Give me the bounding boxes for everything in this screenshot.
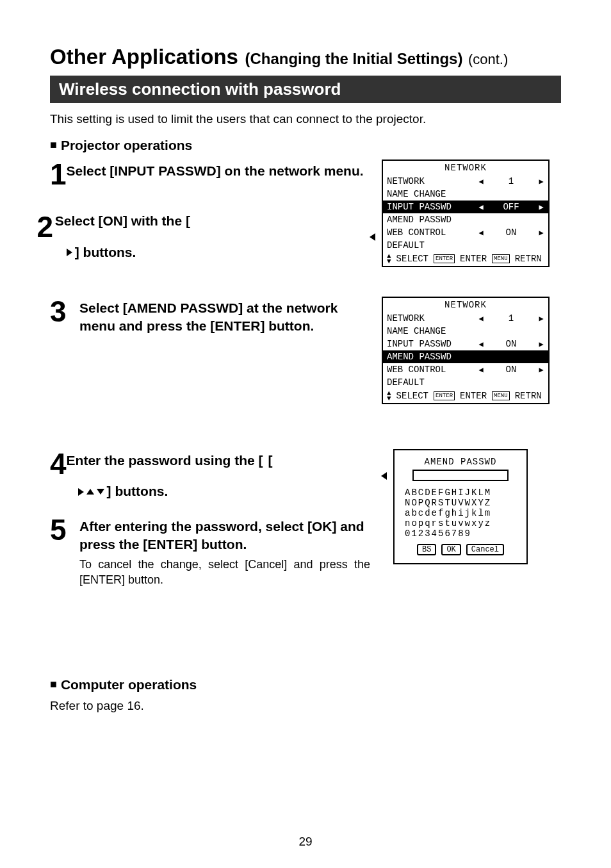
title-sub: (Changing the Initial Settings): [245, 50, 462, 67]
step-1-text: Select [INPUT PASSWD] on the network men…: [67, 162, 387, 180]
menu-badge-icon: MENU: [492, 254, 510, 263]
menu-title: NETWORK: [383, 161, 548, 175]
menu-row-label: NETWORK: [387, 176, 464, 186]
char-row[interactable]: NOPQRSTUVWXYZ: [405, 498, 516, 508]
title-main: Other Applications: [50, 45, 238, 69]
cancel-button[interactable]: Cancel: [466, 544, 504, 555]
up-arrow-icon: [86, 489, 94, 495]
page-number: 29: [0, 835, 611, 849]
menu-row-label: NETWORK: [387, 313, 464, 323]
network-menu-2: NETWORK NETWORK◀1▶NAME CHANGEINPUT PASSW…: [382, 297, 550, 404]
amend-passwd-box: AMEND PASSWD ABCDEFGHIJKLM NOPQRSTUVWXYZ…: [393, 449, 528, 564]
menu-footer: ▲▼ SELECT ENTERENTER MENURETRN: [383, 252, 548, 266]
right-arrow-icon: ▶: [538, 313, 544, 323]
left-arrow-icon: ◀: [478, 313, 484, 323]
menu-row-label: INPUT PASSWD: [387, 202, 464, 212]
menu-row[interactable]: WEB CONTROL◀ON▶: [383, 363, 548, 376]
char-row[interactable]: 0123456789: [405, 528, 516, 539]
bs-button[interactable]: BS: [417, 544, 436, 555]
menu-title: NETWORK: [383, 298, 548, 312]
step-number-4: 4: [50, 449, 67, 501]
title-cont: (cont.): [468, 51, 508, 67]
pw-title: AMEND PASSWD: [405, 457, 516, 467]
square-bullet-icon: ■: [50, 678, 57, 691]
step-number-5: 5: [50, 515, 79, 587]
page-title: Other Applications (Changing the Initial…: [50, 45, 561, 69]
step-2-text: Select [ON] with the [ ] buttons.: [55, 212, 387, 261]
menu-row-label: WEB CONTROL: [387, 364, 464, 375]
menu-row-label: DEFAULT: [387, 240, 464, 250]
step-3-text: Select [AMEND PASSWD] at the network men…: [79, 299, 370, 336]
left-arrow-icon: [55, 233, 375, 241]
left-arrow-icon: ◀: [478, 227, 484, 238]
step-number-3: 3: [50, 297, 79, 336]
char-row[interactable]: nopqrstuvwxyz: [405, 518, 516, 528]
computer-body: Refer to page 16.: [50, 699, 561, 713]
menu-row-label: AMEND PASSWD: [387, 352, 464, 362]
menu-row-value: ON: [498, 339, 524, 349]
menu-row[interactable]: NETWORK◀1▶: [383, 312, 548, 325]
menu-row[interactable]: AMEND PASSWD: [383, 350, 548, 363]
right-arrow-icon: [67, 249, 72, 256]
menu-row[interactable]: AMEND PASSWD: [383, 213, 548, 226]
enter-badge-icon: ENTER: [434, 391, 455, 400]
right-arrow-icon: ▶: [538, 176, 544, 186]
step-5-body: To cancel the change, select [Cancel] an…: [79, 557, 370, 587]
step-4-text: Enter the password using the [ [ ] butto…: [67, 452, 387, 501]
menu-row[interactable]: NAME CHANGE: [383, 325, 548, 338]
menu-badge-icon: MENU: [492, 391, 510, 400]
right-arrow-icon: ▶: [538, 227, 544, 238]
menu-row[interactable]: NAME CHANGE: [383, 188, 548, 201]
right-arrow-icon: ▶: [538, 339, 544, 349]
left-arrow-icon: ◀: [478, 364, 484, 375]
down-arrow-icon: [97, 489, 104, 495]
computer-subhead: ■Computer operations: [50, 677, 561, 692]
menu-row-label: AMEND PASSWD: [387, 215, 464, 225]
menu-row-value: ON: [498, 364, 524, 375]
square-bullet-icon: ■: [50, 138, 57, 151]
left-arrow-icon: ◀: [478, 202, 484, 212]
menu-row-label: NAME CHANGE: [387, 326, 464, 336]
menu-row-label: INPUT PASSWD: [387, 339, 464, 349]
left-arrow-icon: ◀: [478, 176, 484, 186]
char-row[interactable]: abcdefghijklm: [405, 508, 516, 518]
menu-row[interactable]: NETWORK◀1▶: [383, 175, 548, 188]
ok-button[interactable]: OK: [441, 544, 460, 555]
menu-row[interactable]: DEFAULT: [383, 376, 548, 389]
section-bar: Wireless connection with password: [50, 76, 561, 103]
menu-row[interactable]: WEB CONTROL◀ON▶: [383, 226, 548, 239]
menu-row-value: 1: [498, 176, 524, 186]
char-row[interactable]: ABCDEFGHIJKLM: [405, 487, 516, 498]
menu-row[interactable]: INPUT PASSWD◀OFF▶: [383, 201, 548, 213]
menu-row-value: ON: [498, 227, 524, 238]
enter-badge-icon: ENTER: [434, 254, 455, 263]
left-arrow-icon: [67, 472, 387, 480]
menu-row[interactable]: DEFAULT: [383, 239, 548, 252]
menu-row-value: OFF: [498, 202, 524, 212]
intro-text: This setting is used to limit the users …: [50, 112, 561, 126]
right-arrow-icon: ▶: [538, 202, 544, 212]
menu-row-label: NAME CHANGE: [387, 189, 464, 199]
right-arrow-icon: [78, 488, 84, 496]
projector-subhead: ■Projector operations: [50, 138, 561, 153]
menu-footer: ▲▼ SELECT ENTERENTER MENURETRN: [383, 389, 548, 403]
updown-icon: ▲▼: [387, 254, 391, 264]
right-arrow-icon: ▶: [538, 364, 544, 375]
password-field[interactable]: [412, 470, 509, 481]
updown-icon: ▲▼: [387, 391, 391, 401]
network-menu-1: NETWORK NETWORK◀1▶NAME CHANGEINPUT PASSW…: [382, 160, 550, 267]
menu-row[interactable]: INPUT PASSWD◀ON▶: [383, 338, 548, 350]
menu-row-value: 1: [498, 313, 524, 323]
step-number-2: 2: [37, 212, 55, 261]
step-5-text: After entering the password, select [OK]…: [79, 518, 370, 554]
left-arrow-icon: ◀: [478, 339, 484, 349]
menu-row-label: DEFAULT: [387, 377, 464, 388]
menu-row-label: WEB CONTROL: [387, 227, 464, 238]
